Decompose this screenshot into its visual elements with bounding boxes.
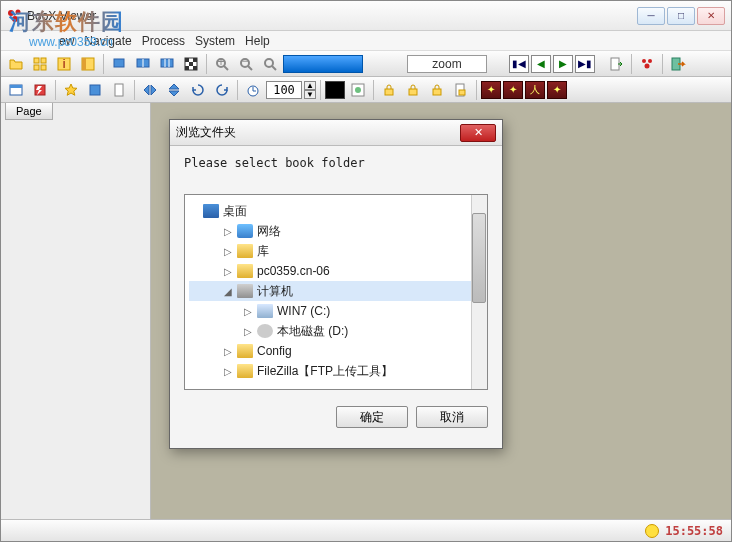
tree-label: FileZilla【FTP上传工具】	[257, 363, 393, 380]
flip-v-button[interactable]	[163, 79, 185, 101]
effect-1-button[interactable]: ✦	[481, 81, 501, 99]
svg-line-24	[224, 66, 228, 70]
svg-rect-40	[115, 84, 123, 96]
expander-icon[interactable]: ▷	[223, 226, 233, 237]
thumb-button[interactable]	[84, 79, 106, 101]
page-button[interactable]	[108, 79, 130, 101]
dialog-close-button[interactable]: ✕	[460, 124, 496, 142]
zoom-in-button[interactable]: +	[211, 53, 233, 75]
svg-rect-6	[41, 65, 46, 70]
app-title: BooX Viewer	[27, 9, 637, 23]
tree-item-library[interactable]: ▷ 库	[189, 241, 483, 261]
thumbnails-button[interactable]	[29, 53, 51, 75]
window-button[interactable]	[5, 79, 27, 101]
effect-2-button[interactable]: ✦	[503, 81, 523, 99]
tree-item-network[interactable]: ▷ 网络	[189, 221, 483, 241]
dialog-buttons: 确定 取消	[170, 396, 502, 438]
tree-label: 库	[257, 243, 269, 260]
tree-scrollbar[interactable]	[471, 195, 487, 389]
svg-text:−: −	[241, 56, 248, 68]
drive-icon	[257, 304, 273, 318]
desktop-icon	[203, 204, 219, 218]
close-button[interactable]: ✕	[697, 7, 725, 25]
flip-h-button[interactable]	[139, 79, 161, 101]
menu-system[interactable]: System	[195, 34, 235, 48]
menu-view[interactable]: ew	[59, 34, 74, 48]
tree-item-computer[interactable]: ◢ 计算机	[189, 281, 483, 301]
effect-4-button[interactable]: ✦	[547, 81, 567, 99]
svg-point-34	[645, 63, 650, 68]
zoom-fit-button[interactable]	[259, 53, 281, 75]
expander-icon[interactable]: ▷	[223, 246, 233, 257]
menu-help[interactable]: Help	[245, 34, 270, 48]
folder-icon	[237, 344, 253, 358]
lock-1-button[interactable]	[378, 79, 400, 101]
dialog-titlebar: 浏览文件夹 ✕	[170, 120, 502, 146]
expander-icon[interactable]: ▷	[223, 266, 233, 277]
tree-label: 桌面	[223, 203, 247, 220]
expander-icon[interactable]: ◢	[223, 286, 233, 297]
cancel-button[interactable]: 取消	[416, 406, 488, 428]
picker-button[interactable]	[347, 79, 369, 101]
maximize-button[interactable]: □	[667, 7, 695, 25]
lock-2-button[interactable]	[402, 79, 424, 101]
svg-rect-20	[189, 62, 193, 66]
tree-item-pc[interactable]: ▷ pc0359.cn-06	[189, 261, 483, 281]
zoom-out-button[interactable]: −	[235, 53, 257, 75]
nav-last-button[interactable]: ▶▮	[575, 55, 595, 73]
star-button[interactable]	[60, 79, 82, 101]
info-button[interactable]: i	[53, 53, 75, 75]
zoom-field[interactable]: zoom	[407, 55, 487, 73]
export-button[interactable]	[605, 53, 627, 75]
status-time: 15:55:58	[665, 524, 723, 538]
tree-item-config[interactable]: ▷ Config	[189, 341, 483, 361]
tree-item-localdisk[interactable]: ▷ 本地磁盘 (D:)	[189, 321, 483, 341]
minimize-button[interactable]: ─	[637, 7, 665, 25]
expander-icon[interactable]: ▷	[243, 306, 253, 317]
expander-icon[interactable]: ▷	[223, 346, 233, 357]
tree-item-filezilla[interactable]: ▷ FileZilla【FTP上传工具】	[189, 361, 483, 381]
expander-icon[interactable]: ▷	[223, 366, 233, 377]
screen-1-button[interactable]	[108, 53, 130, 75]
tree-scroll-thumb[interactable]	[472, 213, 486, 303]
percent-spinner[interactable]: ▲▼	[304, 81, 316, 99]
panel-button[interactable]	[77, 53, 99, 75]
svg-rect-39	[90, 85, 100, 95]
rotate-right-button[interactable]	[211, 79, 233, 101]
rotate-left-button[interactable]	[187, 79, 209, 101]
paw-button[interactable]	[636, 53, 658, 75]
open-button[interactable]	[5, 53, 27, 75]
folder-tree[interactable]: 桌面 ▷ 网络 ▷ 库 ▷ pc0359.cn-06	[184, 194, 488, 390]
flash-button[interactable]	[29, 79, 51, 101]
nav-first-button[interactable]: ▮◀	[509, 55, 529, 73]
svg-point-32	[642, 59, 646, 63]
tree-item-win7[interactable]: ▷ WIN7 (C:)	[189, 301, 483, 321]
separator	[134, 80, 135, 100]
svg-text:+: +	[217, 56, 224, 69]
tree-label: 计算机	[257, 283, 293, 300]
dialog-title: 浏览文件夹	[176, 124, 460, 141]
nav-next-button[interactable]: ▶	[553, 55, 573, 73]
checker-button[interactable]	[180, 53, 202, 75]
screen-2-button[interactable]	[132, 53, 154, 75]
menubar: ew Navigate Process System Help	[1, 31, 731, 51]
dialog-prompt: Please select book folder	[184, 156, 488, 170]
lock-page-button[interactable]	[450, 79, 472, 101]
menu-navigate[interactable]: Navigate	[84, 34, 131, 48]
window-controls: ─ □ ✕	[637, 7, 725, 25]
sidebar-tab-page[interactable]: Page	[5, 103, 53, 120]
menu-process[interactable]: Process	[142, 34, 185, 48]
tree-item-desktop[interactable]: 桌面	[189, 201, 483, 221]
exit-button[interactable]	[667, 53, 689, 75]
black-swatch[interactable]	[325, 81, 345, 99]
expander-icon[interactable]: ▷	[243, 326, 253, 337]
svg-rect-50	[459, 90, 465, 95]
percent-field[interactable]: 100	[266, 81, 302, 99]
lock-3-button[interactable]	[426, 79, 448, 101]
ok-button[interactable]: 确定	[336, 406, 408, 428]
screen-3-button[interactable]	[156, 53, 178, 75]
svg-rect-10	[82, 58, 86, 70]
timer-button[interactable]	[242, 79, 264, 101]
nav-prev-button[interactable]: ◀	[531, 55, 551, 73]
effect-3-button[interactable]: 人	[525, 81, 545, 99]
